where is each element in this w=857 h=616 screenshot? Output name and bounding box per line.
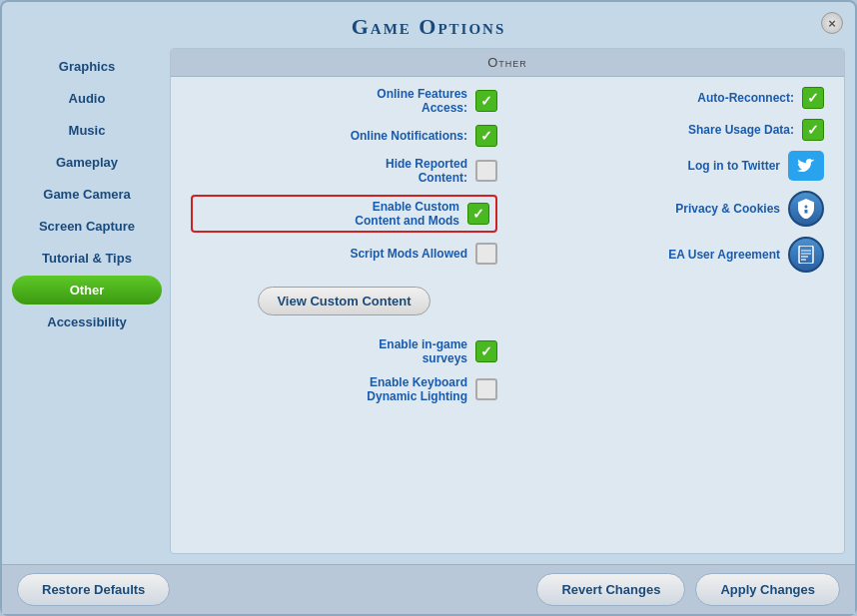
hide-reported-label: Hide ReportedContent: — [386, 157, 467, 185]
close-button[interactable]: × — [821, 12, 843, 34]
share-usage-checkbox[interactable]: ✓ — [802, 119, 824, 141]
login-twitter-label: Log in to Twitter — [688, 159, 780, 173]
privacy-cookies-button[interactable] — [788, 191, 824, 227]
revert-changes-button[interactable]: Revert Changes — [536, 573, 685, 606]
share-usage-label: Share Usage Data: — [688, 123, 794, 137]
sidebar-item-gameplay[interactable]: Gameplay — [12, 148, 162, 177]
setting-hide-reported: Hide ReportedContent: — [191, 157, 497, 185]
setting-ea-agreement: EA User Agreement — [517, 237, 824, 273]
setting-keyboard-lighting: Enable KeyboardDynamic Lighting — [191, 375, 497, 403]
setting-auto-reconnect: Auto-Reconnect: ✓ — [517, 87, 824, 109]
setting-enable-surveys: Enable in-gamesurveys ✓ — [191, 337, 497, 365]
game-options-window: Game Options × Graphics Audio Music Game… — [0, 0, 857, 616]
sidebar-item-screen-capture[interactable]: Screen Capture — [12, 212, 162, 241]
left-settings: Online FeaturesAccess: ✓ Online Notifica… — [191, 87, 497, 403]
sidebar: Graphics Audio Music Gameplay Game Camer… — [12, 48, 162, 554]
title-bar: Game Options × — [2, 2, 855, 48]
right-settings: Auto-Reconnect: ✓ Share Usage Data: ✓ Lo… — [517, 87, 824, 403]
window-title: Game Options — [2, 14, 855, 40]
enable-custom-label: Enable CustomContent and Mods — [355, 200, 459, 228]
enable-surveys-checkbox[interactable]: ✓ — [475, 340, 497, 362]
ea-agreement-button[interactable] — [788, 237, 824, 273]
view-custom-button[interactable]: View Custom Content — [258, 287, 429, 315]
online-notifications-label: Online Notifications: — [351, 129, 467, 143]
enable-custom-checkbox[interactable]: ✓ — [467, 203, 489, 225]
setting-privacy-cookies: Privacy & Cookies — [517, 191, 824, 227]
panel-header: Other — [171, 49, 844, 77]
hide-reported-checkbox[interactable] — [475, 160, 497, 182]
view-custom-wrapper: View Custom Content — [191, 279, 497, 323]
panel-body: Online FeaturesAccess: ✓ Online Notifica… — [171, 77, 844, 553]
online-features-label: Online FeaturesAccess: — [377, 87, 467, 115]
auto-reconnect-checkbox[interactable]: ✓ — [802, 87, 824, 109]
setting-script-mods: Script Mods Allowed — [191, 243, 497, 265]
sidebar-item-tutorial-tips[interactable]: Tutorial & Tips — [12, 244, 162, 273]
restore-defaults-button[interactable]: Restore Defaults — [17, 573, 170, 606]
script-mods-checkbox[interactable] — [475, 243, 497, 265]
setting-share-usage: Share Usage Data: ✓ — [517, 119, 824, 141]
sidebar-item-other[interactable]: Other — [12, 276, 162, 305]
ea-agreement-label: EA User Agreement — [668, 248, 780, 262]
online-notifications-checkbox[interactable]: ✓ — [475, 125, 497, 147]
settings-layout: Online FeaturesAccess: ✓ Online Notifica… — [191, 87, 824, 403]
script-mods-label: Script Mods Allowed — [350, 247, 467, 261]
online-features-checkbox[interactable]: ✓ — [475, 90, 497, 112]
setting-login-twitter: Log in to Twitter — [517, 151, 824, 181]
setting-online-features: Online FeaturesAccess: ✓ — [191, 87, 497, 115]
sidebar-item-audio[interactable]: Audio — [12, 84, 162, 113]
twitter-button[interactable] — [788, 151, 824, 181]
setting-enable-custom: Enable CustomContent and Mods ✓ — [191, 195, 497, 233]
main-content: Graphics Audio Music Gameplay Game Camer… — [2, 48, 855, 564]
settings-panel: Other Online FeaturesAccess: ✓ Online No… — [170, 48, 845, 554]
apply-changes-button[interactable]: Apply Changes — [695, 573, 840, 606]
sidebar-item-graphics[interactable]: Graphics — [12, 52, 162, 81]
keyboard-lighting-label: Enable KeyboardDynamic Lighting — [367, 375, 467, 403]
svg-rect-0 — [799, 246, 813, 264]
sidebar-item-game-camera[interactable]: Game Camera — [12, 180, 162, 209]
bottom-bar: Restore Defaults Revert Changes Apply Ch… — [2, 564, 855, 614]
enable-surveys-label: Enable in-gamesurveys — [379, 337, 467, 365]
sidebar-item-music[interactable]: Music — [12, 116, 162, 145]
keyboard-lighting-checkbox[interactable] — [475, 378, 497, 400]
auto-reconnect-label: Auto-Reconnect: — [697, 91, 794, 105]
bottom-right-buttons: Revert Changes Apply Changes — [536, 573, 840, 606]
privacy-cookies-label: Privacy & Cookies — [675, 202, 780, 216]
sidebar-item-accessibility[interactable]: Accessibility — [12, 308, 162, 336]
setting-online-notifications: Online Notifications: ✓ — [191, 125, 497, 147]
